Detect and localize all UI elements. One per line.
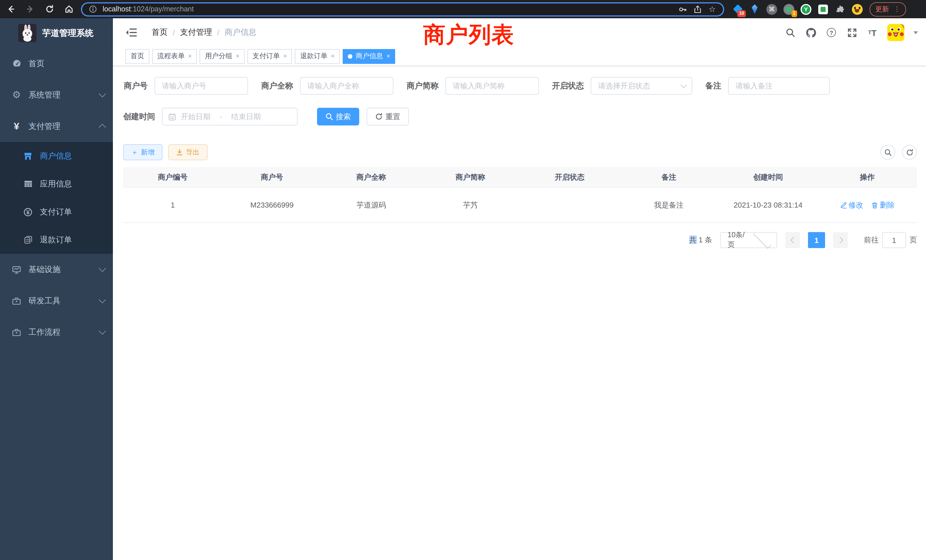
extension-y-icon[interactable]: Y bbox=[800, 4, 811, 15]
short-name-input[interactable] bbox=[445, 77, 539, 95]
sidebar-item-pay[interactable]: ¥ 支付管理 bbox=[0, 110, 113, 142]
date-separator: - bbox=[215, 112, 227, 121]
extension-recorder-icon[interactable]: 1 bbox=[784, 4, 794, 15]
sidebar-item-label: 退款订单 bbox=[40, 235, 72, 245]
tab-pay-order[interactable]: 支付订单× bbox=[247, 49, 292, 64]
date-range-picker[interactable]: 开始日期 - 结束日期 bbox=[162, 108, 298, 126]
browser-reload-icon[interactable] bbox=[44, 4, 55, 14]
tab-merchant-info[interactable]: 商户信息× bbox=[343, 49, 395, 64]
cell-full-name: 芋道源码 bbox=[322, 200, 421, 210]
refresh-table-icon[interactable] bbox=[902, 145, 917, 160]
tab-user-group[interactable]: 用户分组× bbox=[200, 49, 245, 64]
table-row: 1 M233666999 芋道源码 芋艿 我是备注 2021-10-23 08:… bbox=[123, 188, 917, 223]
merchant-no-input[interactable] bbox=[154, 77, 248, 95]
profile-emoji-icon[interactable] bbox=[852, 4, 863, 15]
col-header: 商户号 bbox=[222, 172, 322, 182]
sidebar-item-label: 首页 bbox=[29, 59, 105, 69]
breadcrumb-home[interactable]: 首页 bbox=[152, 27, 168, 38]
remark-input[interactable] bbox=[728, 77, 830, 95]
user-avatar-pikachu[interactable] bbox=[887, 24, 904, 41]
sidebar-item-devtools[interactable]: 研发工具 bbox=[0, 285, 113, 316]
sidebar-item-pay-order[interactable]: 支付订单 bbox=[0, 198, 113, 226]
cell-create-time: 2021-10-23 08:31:14 bbox=[719, 201, 818, 209]
edit-link[interactable]: 修改 bbox=[840, 200, 863, 210]
browser-update-button[interactable]: 更新 ⋮ bbox=[870, 2, 906, 16]
browser-forward-icon[interactable] bbox=[25, 4, 35, 14]
toolbox-icon bbox=[10, 328, 23, 337]
app-title: 芋道管理系统 bbox=[42, 28, 94, 38]
github-icon[interactable] bbox=[805, 27, 817, 38]
sidebar: 芋道管理系统 首页 ⚙ 系统管理 ¥ 支付管理 商户信息 bbox=[0, 18, 113, 560]
chevron-down-icon bbox=[98, 296, 106, 303]
full-name-label: 商户全称 bbox=[261, 81, 300, 91]
remark-label: 备注 bbox=[705, 81, 728, 91]
sidebar-item-system[interactable]: ⚙ 系统管理 bbox=[0, 79, 113, 110]
app-logo-rabbit bbox=[18, 24, 36, 42]
prev-page-button[interactable] bbox=[785, 232, 800, 248]
fullscreen-icon[interactable] bbox=[846, 27, 858, 38]
col-header: 商户全称 bbox=[322, 172, 421, 182]
reset-button[interactable]: 重置 bbox=[367, 108, 409, 126]
extension-diamond-icon[interactable]: 10 bbox=[732, 4, 743, 15]
tab-home[interactable]: 首页 bbox=[126, 49, 150, 64]
extensions-puzzle-icon[interactable] bbox=[835, 4, 846, 15]
show-search-toggle-icon[interactable] bbox=[881, 145, 895, 160]
close-icon[interactable]: × bbox=[387, 53, 390, 59]
header-search-icon[interactable] bbox=[785, 27, 796, 38]
sidebar-item-workflow[interactable]: 工作流程 bbox=[0, 316, 113, 348]
close-icon[interactable]: × bbox=[236, 53, 239, 59]
goto-page-input[interactable] bbox=[882, 232, 906, 248]
top-navbar: 首页 / 支付管理 / 商户信息 ? TT bbox=[113, 18, 926, 47]
cell-short-name: 芋艿 bbox=[421, 200, 520, 210]
share-icon[interactable] bbox=[692, 4, 702, 14]
page-size-select[interactable]: 10条/页 bbox=[720, 232, 777, 248]
url-bar[interactable]: localhost:1024/pay/merchant ☆ bbox=[81, 2, 724, 16]
avatar-dropdown-caret[interactable] bbox=[914, 31, 918, 34]
sidebar-item-label: 研发工具 bbox=[29, 296, 100, 306]
create-time-label: 创建时间 bbox=[123, 112, 162, 122]
sidebar-collapse-icon[interactable] bbox=[126, 27, 137, 38]
extension-command-icon[interactable]: ⌘ bbox=[766, 4, 777, 15]
documents-icon bbox=[22, 236, 34, 244]
search-button[interactable]: 搜索 bbox=[317, 108, 359, 126]
close-icon[interactable]: × bbox=[283, 53, 287, 59]
short-name-label: 商户简称 bbox=[407, 81, 445, 91]
next-page-button[interactable] bbox=[833, 232, 848, 248]
sidebar-item-home[interactable]: 首页 bbox=[0, 48, 113, 79]
table-grid-icon bbox=[22, 180, 34, 188]
tab-process-form[interactable]: 流程表单× bbox=[152, 49, 197, 64]
delete-link[interactable]: 删除 bbox=[871, 200, 895, 210]
help-icon[interactable]: ? bbox=[826, 27, 837, 38]
sidebar-item-label: 应用信息 bbox=[40, 179, 72, 189]
page-content: 商户号 商户全称 商户简称 开启状态 请选择开启状态 bbox=[113, 66, 926, 248]
close-icon[interactable]: × bbox=[188, 53, 192, 59]
sidebar-item-infra[interactable]: 基础设施 bbox=[0, 254, 113, 285]
col-header: 操作 bbox=[818, 172, 917, 182]
site-info-icon[interactable] bbox=[88, 4, 98, 14]
extension-chat-icon[interactable] bbox=[818, 4, 829, 15]
sidebar-item-merchant-info[interactable]: 商户信息 bbox=[0, 142, 113, 170]
cell-merchant-no: M233666999 bbox=[222, 201, 322, 209]
sidebar-item-app-info[interactable]: 应用信息 bbox=[0, 170, 113, 198]
chevron-up-icon bbox=[98, 124, 106, 131]
full-name-input[interactable] bbox=[300, 77, 393, 95]
current-page-button[interactable]: 1 bbox=[808, 232, 825, 248]
tab-refund-order[interactable]: 退款订单× bbox=[295, 49, 340, 64]
font-size-icon[interactable]: TT bbox=[867, 27, 878, 38]
browser-menu-icon[interactable]: ⋮ bbox=[894, 5, 900, 13]
close-icon[interactable]: × bbox=[331, 53, 335, 59]
bookmark-star-icon[interactable]: ☆ bbox=[707, 4, 717, 14]
date-start-placeholder: 开始日期 bbox=[181, 112, 210, 122]
gear-icon: ⚙ bbox=[10, 89, 23, 101]
password-key-icon[interactable] bbox=[677, 4, 688, 14]
status-select[interactable]: 请选择开启状态 bbox=[591, 77, 692, 95]
extension-kite-icon[interactable] bbox=[749, 4, 760, 15]
browser-home-icon[interactable] bbox=[64, 4, 74, 14]
export-button[interactable]: 导出 bbox=[168, 144, 207, 160]
breadcrumb-pay[interactable]: 支付管理 bbox=[180, 27, 212, 38]
chevron-down-icon bbox=[753, 230, 771, 248]
browser-back-icon[interactable] bbox=[6, 4, 16, 14]
sidebar-item-refund-order[interactable]: 退款订单 bbox=[0, 226, 113, 254]
app-logo-row[interactable]: 芋道管理系统 bbox=[0, 18, 113, 48]
add-button[interactable]: ＋ 新增 bbox=[123, 144, 162, 160]
